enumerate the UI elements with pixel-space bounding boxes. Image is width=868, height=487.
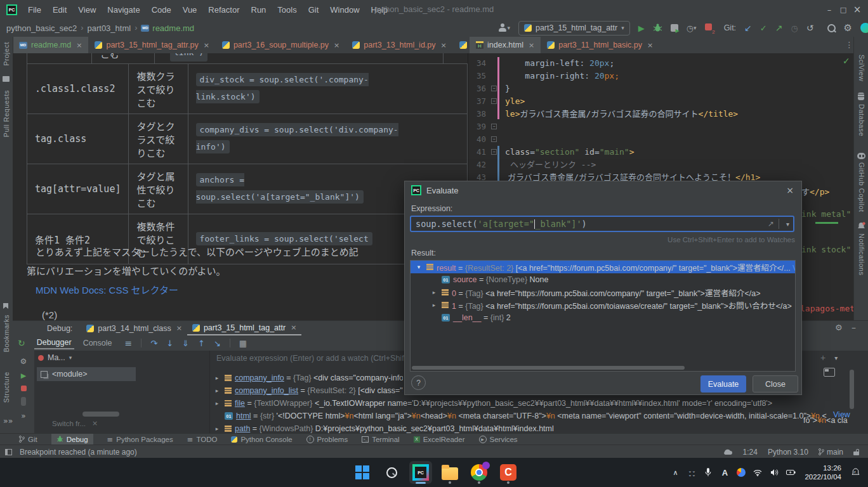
close-icon[interactable] bbox=[204, 41, 209, 49]
folder-icon[interactable] bbox=[3, 76, 10, 82]
git-commit-icon[interactable] bbox=[760, 23, 767, 33]
evaluate-dialog[interactable]: PC Evaluate Expression: soup.select('a[t… bbox=[404, 181, 802, 395]
caret-position[interactable]: 1:24 bbox=[743, 448, 758, 457]
breadcrumb-project[interactable]: python_basic_sec2 bbox=[6, 23, 77, 33]
frame-row-module[interactable]: <module> bbox=[37, 367, 136, 381]
dialog-titlebar[interactable]: PC Evaluate bbox=[405, 181, 801, 199]
close-button[interactable]: Close bbox=[753, 375, 798, 393]
database-icon[interactable] bbox=[858, 93, 864, 100]
tab-part3-13[interactable]: part3_13_html_id.py bbox=[346, 37, 453, 53]
debug-bug-icon[interactable] bbox=[653, 23, 662, 32]
profiler-button[interactable] bbox=[687, 23, 697, 33]
close-icon[interactable] bbox=[92, 419, 98, 427]
tab-part3-15[interactable]: part3_15_html_tag_attr.py bbox=[88, 37, 215, 53]
git-branch-widget[interactable]: main bbox=[819, 448, 843, 457]
add-watch-icon[interactable]: + bbox=[820, 353, 825, 363]
expand-icon[interactable]: ▸ bbox=[213, 387, 221, 394]
history-icon[interactable] bbox=[791, 23, 798, 33]
ime-mode-icon[interactable]: A bbox=[717, 463, 732, 482]
result-row[interactable]: ▸ 0 = {Tag} <a href="https://forum.pc5ba… bbox=[411, 286, 795, 299]
tool-window-toggle-icon[interactable] bbox=[5, 449, 12, 455]
taskbar-clipstudio[interactable]: C bbox=[496, 460, 520, 484]
resume-icon[interactable] bbox=[21, 372, 26, 380]
stripe-structure[interactable]: Structure bbox=[3, 372, 10, 403]
menu-item[interactable]: Navigate bbox=[102, 5, 145, 15]
menu-item[interactable]: Refactor bbox=[202, 5, 245, 15]
toolwin-python-console[interactable]: Python Console bbox=[231, 434, 292, 445]
debug-settings-icon[interactable] bbox=[20, 357, 27, 366]
expand-icon[interactable]: ▸ bbox=[213, 425, 221, 432]
fold-icon[interactable]: − bbox=[491, 86, 497, 91]
fold-icon[interactable]: − bbox=[491, 149, 497, 155]
notification-bell-icon[interactable] bbox=[857, 222, 865, 230]
python-interpreter[interactable]: Python 3.10 bbox=[768, 448, 808, 457]
expand-editor-icon[interactable] bbox=[768, 219, 774, 228]
stripe-pull-requests[interactable]: Pull Requests bbox=[3, 90, 10, 137]
wifi-icon[interactable] bbox=[750, 463, 765, 482]
scrollbar-thumb[interactable] bbox=[82, 412, 119, 417]
maximize-button[interactable] bbox=[836, 6, 850, 14]
chevron-down-icon[interactable] bbox=[834, 354, 838, 361]
markdown-preview-pane[interactable]: こむ link') .class1.class2 複数クラスで絞りこむ div_… bbox=[13, 53, 468, 320]
variable-row[interactable]: ▸company_info = {Tag} <div class="compan… bbox=[213, 372, 403, 384]
notification-bell-icon[interactable]: z bbox=[848, 463, 863, 482]
menu-item[interactable]: Vue bbox=[177, 5, 203, 15]
minimize-button[interactable] bbox=[822, 5, 836, 15]
start-button[interactable] bbox=[350, 460, 374, 484]
variable-row[interactable]: ▸file = {TextIOWrapper} <_io.TextIOWrapp… bbox=[213, 397, 847, 410]
session-tab-part3-14[interactable]: part3_14_html_class bbox=[81, 321, 187, 335]
toolwin-terminal[interactable]: >_Terminal bbox=[362, 434, 399, 445]
tab-options-icon[interactable] bbox=[845, 40, 853, 49]
history-dropdown-icon[interactable] bbox=[786, 221, 789, 228]
microphone-icon[interactable] bbox=[700, 463, 716, 482]
fold-icon[interactable]: − bbox=[491, 136, 497, 142]
run-to-cursor-icon[interactable] bbox=[214, 339, 221, 348]
close-icon[interactable] bbox=[291, 323, 296, 332]
git-update-icon[interactable] bbox=[744, 23, 752, 33]
toolwin-excelreader[interactable]: XExcelReader bbox=[414, 434, 465, 445]
toolwin-todo[interactable]: TODO bbox=[187, 434, 218, 445]
more-tool-windows-icon[interactable]: » bbox=[3, 416, 13, 425]
status-message[interactable]: Breakpoint reached (a minute ago) bbox=[20, 448, 137, 457]
plugin-icon[interactable] bbox=[860, 23, 868, 33]
git-push-icon[interactable] bbox=[775, 23, 783, 33]
result-row[interactable]: 01 __len__ = {int} 2 bbox=[411, 311, 795, 324]
close-icon[interactable] bbox=[441, 41, 447, 49]
threads-view-icon[interactable] bbox=[125, 338, 133, 348]
session-tab-part3-15[interactable]: part3_15_html_tag_attr bbox=[187, 321, 301, 335]
thread-selector[interactable]: Ma... bbox=[34, 351, 209, 365]
horizontal-scrollbar[interactable] bbox=[412, 366, 685, 370]
close-button[interactable] bbox=[850, 4, 864, 15]
close-icon[interactable] bbox=[647, 41, 653, 49]
volume-icon[interactable] bbox=[766, 463, 782, 482]
menu-item[interactable]: Window bbox=[324, 5, 365, 15]
step-into-icon[interactable] bbox=[166, 339, 173, 348]
panel-settings-icon[interactable] bbox=[835, 323, 843, 332]
tab-debugger[interactable]: Debugger bbox=[34, 337, 74, 349]
tray-clock[interactable]: 13:26 2022/10/04 bbox=[805, 464, 841, 481]
tab-readme-md[interactable]: MDreadme.md bbox=[13, 37, 88, 53]
bookmark-flag-icon[interactable] bbox=[3, 303, 8, 309]
tab-console[interactable]: Console bbox=[83, 339, 112, 347]
close-icon[interactable] bbox=[176, 324, 182, 332]
toolwin-python-packages[interactable]: Python Packages bbox=[107, 434, 173, 445]
expand-icon[interactable]: ▾ bbox=[414, 264, 423, 270]
github-copilot-icon[interactable] bbox=[857, 153, 865, 159]
search-icon[interactable] bbox=[827, 24, 836, 32]
variable-row[interactable]: 01html = {str} '<!DOCTYPE html>¥n<html l… bbox=[213, 410, 827, 422]
stop-button[interactable]: 2 bbox=[705, 23, 712, 32]
toolwin-debug[interactable]: Debug bbox=[51, 434, 93, 445]
result-row[interactable]: ▸ 1 = {Tag} <a href="https://forum.pc5ba… bbox=[411, 299, 795, 311]
close-icon[interactable] bbox=[76, 41, 82, 49]
menu-item[interactable]: Git bbox=[303, 5, 325, 15]
breadcrumb-file[interactable]: readme.md bbox=[152, 23, 194, 33]
gear-icon[interactable] bbox=[844, 22, 852, 34]
evaluate-expression-icon[interactable] bbox=[239, 339, 247, 348]
menu-item[interactable]: Edit bbox=[47, 5, 72, 15]
result-row-selected[interactable]: ▾ result = {ResultSet: 2} [<a href="http… bbox=[411, 261, 795, 273]
toolwin-services[interactable]: ▶Services bbox=[479, 434, 518, 445]
tab-part3-11[interactable]: part3_11_html_basic.py bbox=[541, 37, 659, 53]
evaluate-button[interactable]: Evaluate bbox=[700, 375, 746, 393]
result-row[interactable]: 01 source = {NoneType} None bbox=[411, 273, 795, 286]
stripe-sciview[interactable]: SciView bbox=[858, 55, 865, 81]
